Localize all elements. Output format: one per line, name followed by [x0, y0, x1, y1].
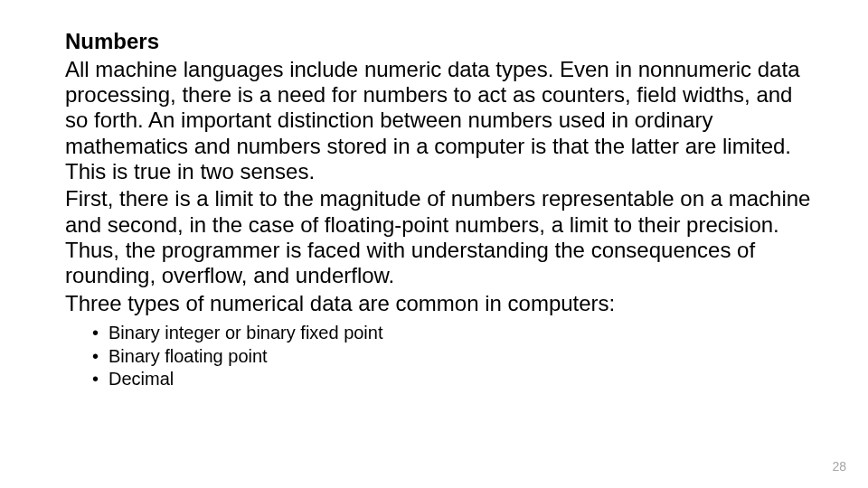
bullet-item: Binary integer or binary fixed point: [108, 322, 817, 345]
bullet-item: Decimal: [108, 368, 817, 391]
bullet-list: Binary integer or binary fixed point Bin…: [65, 322, 817, 391]
body-paragraph-2: First, there is a limit to the magnitude…: [65, 186, 817, 288]
slide-heading: Numbers: [65, 29, 817, 55]
slide: Numbers All machine languages include nu…: [0, 0, 868, 488]
page-number: 28: [832, 459, 846, 474]
body-paragraph-1: All machine languages include numeric da…: [65, 57, 817, 185]
body-paragraph-3: Three types of numerical data are common…: [65, 291, 817, 316]
bullet-item: Binary floating point: [108, 345, 817, 369]
